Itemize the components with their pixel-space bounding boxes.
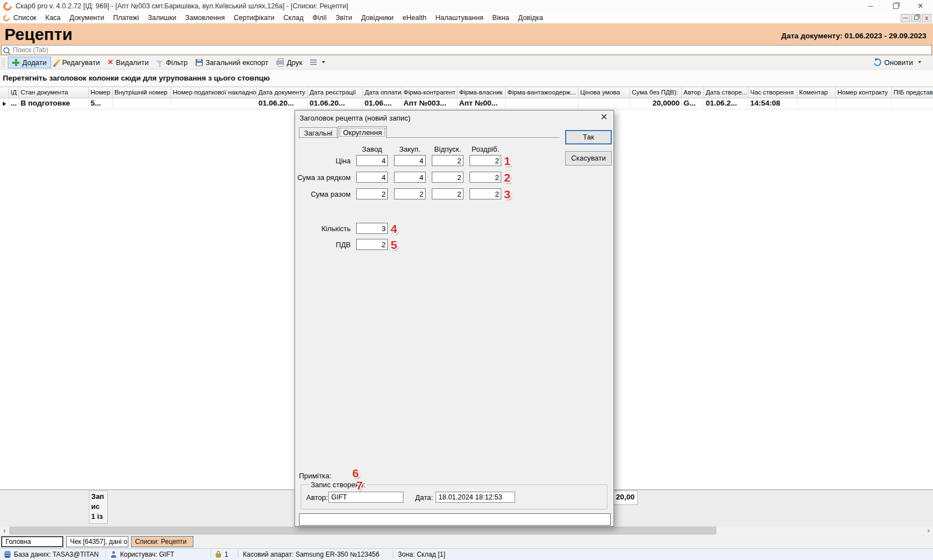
search-box[interactable] [1, 45, 932, 55]
menu-dovidnyky[interactable]: Довідники [361, 14, 394, 22]
column-header-owner[interactable]: Фірма-власник [457, 87, 506, 98]
export-button[interactable]: Загальний експорт [192, 57, 272, 68]
scroll-right-button[interactable]: › [924, 526, 933, 535]
linesum-vidpusk-input[interactable] [432, 172, 463, 183]
tab-okruglennya[interactable]: Округлення [338, 126, 387, 138]
menu-vikna[interactable]: Вікна [492, 14, 509, 22]
mdi-minimize-button[interactable] [901, 14, 910, 22]
column-header-author[interactable]: Автор [682, 87, 704, 98]
linesum-zakup-input[interactable] [394, 172, 426, 183]
add-button[interactable]: Додати [8, 57, 51, 68]
close-button[interactable]: ✕ [908, 0, 933, 12]
column-header-id[interactable]: ІД [9, 87, 19, 98]
mdi-restore-button[interactable] [911, 14, 921, 22]
cell-pay-date: 01.06.... [363, 98, 402, 109]
menu-kasa[interactable]: Каса [46, 14, 61, 22]
menu-dovidka[interactable]: Довідка [518, 14, 543, 22]
price-vidpusk-input[interactable] [432, 155, 463, 166]
column-header-price-condition[interactable]: Цінова умова [578, 87, 630, 98]
purse-icon [216, 553, 221, 558]
tab-golovna[interactable]: Головна [1, 536, 63, 547]
linesum-zavod-input[interactable] [356, 172, 388, 183]
column-header-tax-invoice[interactable]: Номер податкової накладної [171, 87, 257, 98]
total-zakup-input[interactable] [394, 188, 426, 199]
menu-filii[interactable]: Філії [312, 14, 327, 22]
edit-button[interactable]: Редагувати [51, 57, 104, 68]
window-controls: ✕ [858, 0, 933, 12]
group-by-panel[interactable]: Перетягніть заголовок колонки сюди для у… [0, 69, 933, 87]
column-header-pay-date[interactable]: Дата оплати [363, 87, 402, 98]
status-cash-register: Касовий апарат: Samsung ER-350 №123456 [238, 549, 393, 560]
linesum-rozdrib-input[interactable] [470, 172, 501, 183]
document-date-range: Дата документу: 01.06.2023 - 29.09.2023 [781, 32, 926, 40]
menu-zvity[interactable]: Звіти [336, 14, 352, 22]
tab-chek[interactable]: Чек [64357], дані о ... [66, 536, 128, 547]
total-vidpusk-input[interactable] [432, 188, 463, 199]
print-button-label: Друк [287, 58, 302, 67]
restore-button[interactable] [883, 0, 908, 12]
dialog-close-button[interactable]: ✕ [599, 112, 609, 122]
menu-nalashtuvannya[interactable]: Налаштування [435, 14, 483, 22]
menu-ehealth[interactable]: eHealth [402, 14, 426, 22]
column-header-number[interactable]: Номер [89, 87, 113, 98]
delete-button-label: Видалити [116, 58, 149, 67]
menu-sertyfikaty[interactable]: Сертифікати [233, 14, 275, 22]
menu-dokumenty[interactable]: Документи [69, 14, 104, 22]
table-row[interactable]: ... В подготовке 5... 01.06.20... 01.06.… [0, 98, 933, 109]
total-zavod-input[interactable] [356, 188, 388, 199]
menu-sklad[interactable]: Склад [283, 14, 303, 22]
cell-counterparty: Апт №003... [402, 98, 457, 109]
column-header-counterparty[interactable]: Фірма-контрагент [402, 87, 457, 98]
column-header-sum-no-vat[interactable]: Сума без ПДВ): [630, 87, 682, 98]
column-header-consignee[interactable]: Фірма-вантажоодерж... [506, 87, 578, 98]
column-header-comment[interactable]: Коментар [797, 87, 836, 98]
filter-button[interactable]: Фільтр [152, 57, 191, 68]
scroll-left-button[interactable]: ‹ [0, 526, 9, 535]
column-header-representative[interactable]: ПІБ представ... [892, 87, 933, 98]
scrollbar-thumb[interactable] [9, 527, 716, 534]
recipe-header-dialog: Заголовок рецепта (новий запис) ✕ Загаль… [295, 110, 614, 527]
column-header-internal-number[interactable]: Внутрішній номер [113, 87, 171, 98]
ok-button[interactable]: Так [565, 130, 612, 144]
vat-input[interactable] [356, 239, 388, 250]
status-database-text: База даних: TASA3@TITAN [14, 551, 99, 558]
author-input[interactable] [328, 492, 403, 503]
column-header-state[interactable]: Стан документа [19, 87, 89, 98]
price-rozdrib-input[interactable] [470, 155, 501, 166]
price-zakup-input[interactable] [394, 155, 426, 166]
refresh-button-label: Оновити [884, 58, 913, 67]
total-rozdrib-input[interactable] [470, 188, 501, 199]
menu-spysok[interactable]: Список [13, 14, 37, 22]
column-header-created-time[interactable]: Час створення [749, 87, 797, 98]
tab-zagalni[interactable]: Загальні [299, 127, 337, 138]
note-input[interactable] [299, 513, 611, 526]
print-button[interactable]: Друк [272, 57, 306, 68]
page-title: Рецепти [4, 23, 72, 46]
column-header-contract-number[interactable]: Номер контракту [836, 87, 892, 98]
cancel-button[interactable]: Скасувати [565, 151, 612, 166]
menu-platezhi[interactable]: Платежі [113, 14, 139, 22]
delete-button[interactable]: Видалити [104, 57, 153, 68]
quantity-input[interactable] [356, 223, 388, 234]
created-date-input[interactable] [436, 492, 515, 503]
cell-reg-date: 01.06.20... [308, 98, 363, 109]
mdi-close-button[interactable]: x [922, 14, 931, 22]
tab-spysky-recepty[interactable]: Списки: Рецепти [131, 536, 193, 547]
minimize-button[interactable] [858, 0, 883, 12]
view-options-button[interactable] [306, 57, 329, 68]
refresh-button[interactable]: Оновити [870, 57, 925, 68]
column-header-doc-date[interactable]: Дата документу [257, 87, 308, 98]
column-header-reg-date[interactable]: Дата реєстрації [308, 87, 363, 98]
menu-zamovlennya[interactable]: Замовлення [185, 14, 224, 22]
column-header-indicator[interactable] [0, 87, 9, 98]
user-icon [111, 551, 117, 558]
dialog-tabs: Загальні Округлення [299, 126, 387, 138]
annotation-7: 7 [356, 479, 363, 491]
search-input[interactable] [12, 46, 931, 54]
menu-zalyshky[interactable]: Залишки [148, 14, 176, 22]
horizontal-scrollbar[interactable]: ‹ › [0, 526, 933, 535]
price-zavod-input[interactable] [356, 155, 388, 166]
annotation-5: 5 [391, 239, 397, 251]
column-header-created-date[interactable]: Дата створе... [704, 87, 749, 98]
menu-bar: Список Каса Документи Платежі Залишки За… [0, 12, 933, 23]
